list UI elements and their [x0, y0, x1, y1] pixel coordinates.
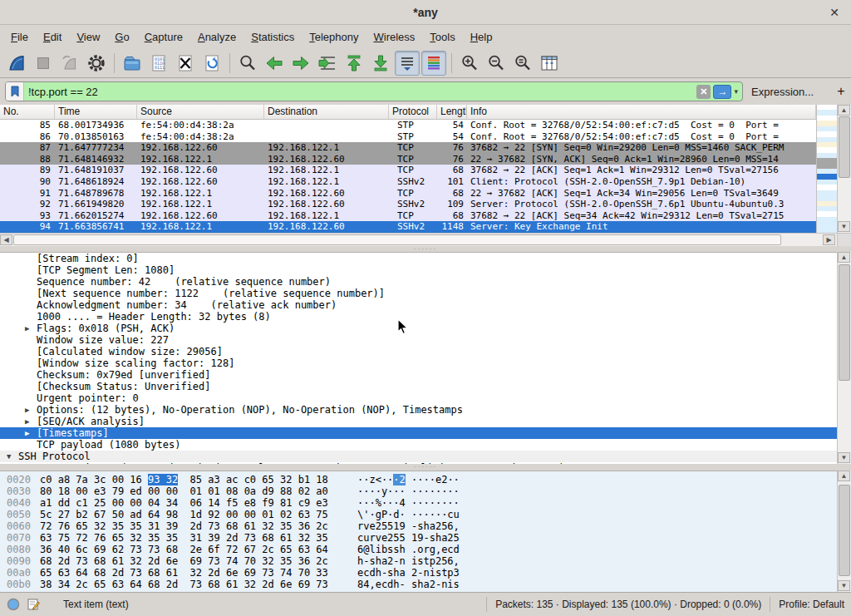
detail-line[interactable]: Acknowledgment number: 34 (relative ack … [0, 299, 851, 311]
go-first-button[interactable] [342, 51, 366, 76]
capture-comment-icon[interactable] [27, 598, 40, 611]
menu-item-help[interactable]: Help [463, 27, 500, 47]
detail-line[interactable]: Checksum: 0x79ed [unverified] [0, 369, 851, 381]
menu-item-statistics[interactable]: Statistics [243, 27, 302, 47]
expander-closed-icon[interactable]: ▶ [25, 427, 29, 439]
menu-item-edit[interactable]: Edit [36, 27, 69, 47]
packet-list-hscrollbar[interactable]: ◀ ▶ [0, 233, 837, 246]
detail-line[interactable]: Urgent pointer: 0 [0, 392, 851, 404]
expander-closed-icon[interactable]: ▶ [25, 416, 29, 427]
zoom-out-button[interactable] [484, 51, 509, 76]
display-filter-field[interactable]: !tcp.port == 22 ✕ → ▾ [5, 81, 743, 101]
scroll-thumb[interactable] [839, 264, 850, 381]
menu-item-wireless[interactable]: Wireless [366, 27, 423, 47]
hex-row-0070[interactable]: 007063 75 72 76 65 32 35 35 31 39 2d 73 … [0, 532, 851, 544]
display-filter-input[interactable]: !tcp.port == 22 [24, 86, 696, 98]
expander-closed-icon[interactable]: ▶ [25, 323, 29, 334]
scroll-thumb[interactable] [13, 234, 781, 245]
menu-item-file[interactable]: File [3, 27, 36, 47]
splitter-list-details[interactable]: ······ [0, 246, 851, 252]
scroll-right-arrow[interactable]: ▶ [823, 234, 835, 245]
filter-bookmark-button[interactable] [6, 82, 24, 101]
hex-row-00a0[interactable]: 00a065 63 64 68 2d 73 68 61 32 2d 6e 69 … [0, 567, 851, 579]
reload-file-button[interactable] [199, 51, 224, 76]
expander-open-icon[interactable]: ▼ [7, 451, 11, 462]
detail-line[interactable]: [Stream index: 0] [0, 253, 851, 264]
packet-row-89[interactable]: 8971.648191037192.168.122.60192.168.122.… [0, 165, 816, 176]
detail-line[interactable]: [Next sequence number: 1122 (relative se… [0, 288, 851, 299]
packet-row-93[interactable]: 9371.662015274192.168.122.60192.168.122.… [0, 210, 816, 222]
zoom-in-button[interactable] [457, 51, 482, 76]
column-header-info[interactable]: Info [467, 105, 816, 119]
packet-list-minimap[interactable] [816, 105, 837, 233]
detail-line[interactable]: [TCP Segment Len: 1080] [0, 264, 851, 276]
detail-line[interactable]: [Checksum Status: Unverified] [0, 381, 851, 392]
detail-line[interactable]: ▶[SEQ/ACK analysis] [0, 416, 851, 427]
scroll-down-arrow[interactable]: ▼ [838, 580, 850, 591]
menu-item-view[interactable]: View [69, 27, 107, 47]
auto-scroll-button[interactable] [395, 51, 420, 76]
hex-row-0050[interactable]: 00505c 27 b2 67 50 ad 64 98 1d 92 00 00 … [0, 509, 851, 520]
packet-list-vscrollbar[interactable]: ▲ ▼ [837, 105, 851, 233]
capture-options-button[interactable] [84, 51, 109, 76]
detail-line[interactable]: Window size value: 227 [0, 334, 851, 346]
hex-row-0040[interactable]: 0040a1 dd c1 25 00 00 04 34 06 14 f5 e8 … [0, 497, 851, 509]
hex-row-0090[interactable]: 009068 2d 73 68 61 32 2d 6e 69 73 74 70 … [0, 555, 851, 567]
packet-row-86[interactable]: 8670.013850163fe:54:00:d4:38:2aSTP54Conf… [0, 131, 816, 143]
column-header-length[interactable]: Length [437, 105, 467, 119]
scroll-thumb[interactable] [839, 116, 850, 178]
hex-row-0060[interactable]: 006072 76 65 32 35 35 31 39 2d 73 68 61 … [0, 520, 851, 532]
menu-item-telephony[interactable]: Telephony [302, 27, 366, 47]
detail-line[interactable]: ▼SSH Protocol [0, 451, 851, 462]
menu-item-go[interactable]: Go [107, 27, 136, 47]
save-file-button[interactable]: 010101100111 [146, 51, 171, 76]
resize-columns-button[interactable] [537, 51, 562, 76]
menu-item-capture[interactable]: Capture [137, 27, 190, 47]
scroll-left-arrow[interactable]: ◀ [0, 234, 12, 245]
hex-row-0030[interactable]: 003080 18 00 e3 79 ed 00 00 01 01 08 0a … [0, 485, 851, 497]
detail-line[interactable]: TCP payload (1080 bytes) [0, 439, 851, 451]
packet-row-91[interactable]: 9171.648789678192.168.122.1192.168.122.6… [0, 188, 816, 200]
start-capture-button[interactable] [4, 51, 29, 76]
open-file-button[interactable] [120, 51, 145, 76]
scroll-down-arrow[interactable]: ▼ [838, 452, 850, 463]
apply-filter-button[interactable]: → [713, 85, 731, 99]
detail-line[interactable]: Sequence number: 42 (relative sequence n… [0, 276, 851, 288]
restart-capture-button[interactable] [57, 51, 82, 76]
close-file-button[interactable] [173, 51, 198, 76]
add-filter-button[interactable]: + [829, 84, 851, 99]
scroll-up-arrow[interactable]: ▲ [838, 252, 850, 263]
column-header-protocol[interactable]: Protocol [389, 105, 437, 119]
hex-row-0080[interactable]: 008036 40 6c 69 62 73 73 68 2e 6f 72 67 … [0, 544, 851, 555]
detail-line[interactable]: ▶Flags: 0x018 (PSH, ACK) [0, 323, 851, 334]
zoom-reset-button[interactable] [510, 51, 535, 76]
detail-line[interactable]: [Window size scaling factor: 128] [0, 357, 851, 369]
go-forward-button[interactable] [288, 51, 313, 76]
detail-line[interactable]: ▶[Timestamps] [0, 427, 851, 439]
scroll-thumb[interactable] [839, 485, 850, 576]
go-to-packet-button[interactable] [315, 51, 340, 76]
detail-line[interactable]: ▶Options: (12 bytes), No-Operation (NOP)… [0, 404, 851, 416]
detail-line[interactable]: [Calculated window size: 29056] [0, 346, 851, 357]
scroll-up-arrow[interactable]: ▲ [838, 471, 850, 481]
filter-history-dropdown[interactable]: ▾ [734, 87, 738, 96]
go-back-button[interactable] [262, 51, 287, 76]
colorize-button[interactable] [421, 51, 446, 76]
details-vscrollbar[interactable]: ▲ ▼ [837, 252, 851, 464]
expert-info-icon[interactable] [7, 598, 20, 611]
expression-button[interactable]: Expression... [743, 86, 822, 98]
packet-row-92[interactable]: 9271.661949820192.168.122.1192.168.122.6… [0, 199, 816, 210]
packet-row-90[interactable]: 9071.648618924192.168.122.60192.168.122.… [0, 176, 816, 188]
column-header-no[interactable]: No. [0, 105, 55, 119]
scroll-up-arrow[interactable]: ▲ [838, 105, 850, 116]
hex-vscrollbar[interactable]: ▲ ▼ [837, 471, 851, 592]
stop-capture-button[interactable] [31, 51, 56, 76]
clear-filter-button[interactable]: ✕ [696, 85, 711, 99]
hex-row-00b0[interactable]: 00b038 34 2c 65 63 64 68 2d 73 68 61 32 … [0, 579, 851, 590]
find-packet-button[interactable] [235, 51, 260, 76]
packet-row-85[interactable]: 8568.001734936fe:54:00:d4:38:2aSTP54Conf… [0, 120, 816, 131]
packet-row-88[interactable]: 8871.648146932192.168.122.1192.168.122.6… [0, 154, 816, 165]
scroll-down-arrow[interactable]: ▼ [838, 221, 850, 232]
column-header-time[interactable]: Time [55, 105, 137, 119]
status-profile[interactable]: Profile: Default [779, 599, 844, 610]
